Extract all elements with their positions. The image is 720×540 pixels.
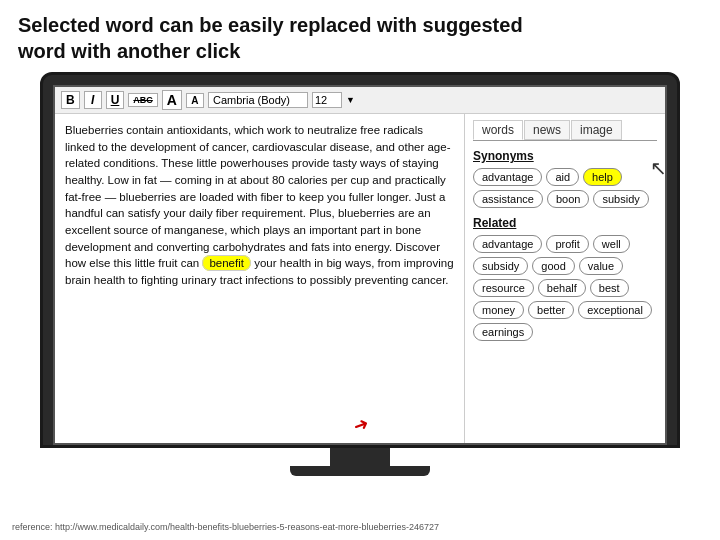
chip-behalf[interactable]: behalf bbox=[538, 279, 586, 297]
sidebar-tabs: words news image bbox=[473, 120, 657, 141]
content-area: Blueberries contain antioxidants, which … bbox=[55, 114, 665, 443]
bold-button[interactable]: B bbox=[61, 91, 80, 109]
monitor-stand bbox=[40, 448, 680, 476]
chip-good[interactable]: good bbox=[532, 257, 574, 275]
synonyms-title: Synonyms bbox=[473, 149, 657, 163]
sidebar: words news image Synonyms advantage aid … bbox=[465, 114, 665, 443]
chip-well[interactable]: well bbox=[593, 235, 630, 253]
chip-resource[interactable]: resource bbox=[473, 279, 534, 297]
toolbar: B I U ABC A A ▼ bbox=[55, 87, 665, 114]
monitor-screen: B I U ABC A A ▼ Blueberries contain anti… bbox=[53, 85, 667, 445]
chip-exceptional[interactable]: exceptional bbox=[578, 301, 652, 319]
related-chips: advantage profit well subsidy good value… bbox=[473, 235, 657, 341]
chip-best[interactable]: best bbox=[590, 279, 629, 297]
monitor: B I U ABC A A ▼ Blueberries contain anti… bbox=[40, 72, 680, 448]
stand-neck bbox=[330, 448, 390, 466]
body-text-before: Blueberries contain antioxidants, which … bbox=[65, 124, 451, 269]
chip-better[interactable]: better bbox=[528, 301, 574, 319]
chip-help[interactable]: help bbox=[583, 168, 622, 186]
chip-profit[interactable]: profit bbox=[546, 235, 588, 253]
chip-advantage[interactable]: advantage bbox=[473, 168, 542, 186]
chip-subsidy2[interactable]: subsidy bbox=[473, 257, 528, 275]
chip-earnings[interactable]: earnings bbox=[473, 323, 533, 341]
italic-button[interactable]: I bbox=[84, 91, 102, 109]
font-size-down-button[interactable]: A bbox=[186, 93, 204, 108]
chip-boon[interactable]: boon bbox=[547, 190, 589, 208]
font-size-up-button[interactable]: A bbox=[162, 90, 182, 110]
font-size-input[interactable] bbox=[312, 92, 342, 108]
chip-assistance[interactable]: assistance bbox=[473, 190, 543, 208]
reference-text: reference: http://www.medicaldaily.com/h… bbox=[12, 522, 439, 532]
related-title: Related bbox=[473, 216, 657, 230]
chip-money[interactable]: money bbox=[473, 301, 524, 319]
chip-value[interactable]: value bbox=[579, 257, 623, 275]
tab-news[interactable]: news bbox=[524, 120, 570, 140]
stand-base bbox=[290, 466, 430, 476]
size-arrow: ▼ bbox=[346, 95, 355, 105]
font-selector[interactable] bbox=[208, 92, 308, 108]
tab-image[interactable]: image bbox=[571, 120, 622, 140]
chip-aid[interactable]: aid bbox=[546, 168, 579, 186]
page-title: Selected word can be easily replaced wit… bbox=[0, 0, 720, 72]
chip-subsidy[interactable]: subsidy bbox=[593, 190, 648, 208]
tab-words[interactable]: words bbox=[473, 120, 523, 140]
highlighted-word[interactable]: benefit bbox=[202, 255, 251, 271]
strikethrough-button[interactable]: ABC bbox=[128, 93, 158, 107]
chip-related-advantage[interactable]: advantage bbox=[473, 235, 542, 253]
underline-button[interactable]: U bbox=[106, 91, 125, 109]
synonyms-chips: advantage aid help assistance boon subsi… bbox=[473, 168, 657, 208]
text-panel[interactable]: Blueberries contain antioxidants, which … bbox=[55, 114, 465, 443]
